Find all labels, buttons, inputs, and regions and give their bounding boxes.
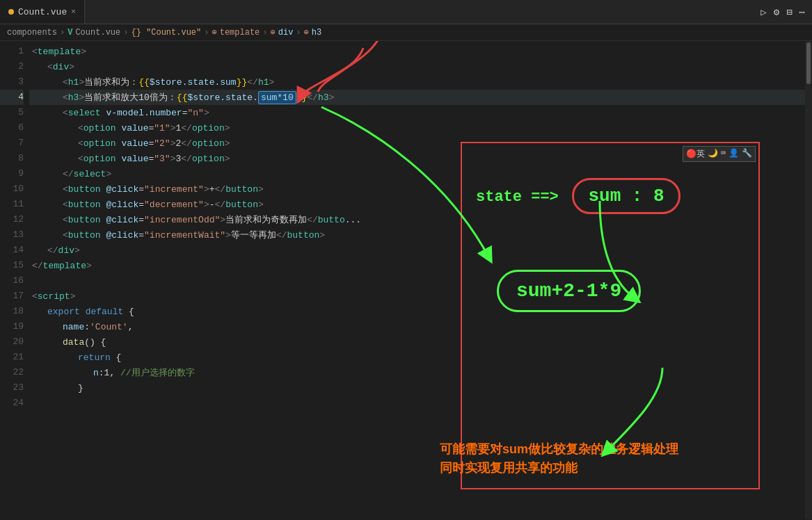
line-num-13: 13 bbox=[0, 227, 24, 243]
breadcrumb-file[interactable]: Count.vue bbox=[75, 28, 120, 38]
line-num-1: 1 bbox=[0, 44, 24, 59]
line-num-22: 22 bbox=[0, 365, 24, 380]
line-num-18: 18 bbox=[0, 304, 24, 319]
breadcrumb-arrow-icon: ⊕ bbox=[271, 27, 276, 38]
line-num-11: 11 bbox=[0, 197, 24, 212]
popup-toolbar-icon3: ⌨ bbox=[721, 148, 726, 160]
code-line-5: <select v-model.number="n"> bbox=[29, 105, 812, 120]
breadcrumb-components[interactable]: components bbox=[7, 28, 57, 38]
code-line-2: <div> bbox=[29, 59, 812, 74]
line-num-10: 10 bbox=[0, 181, 24, 197]
code-line-6: <option value="1">1</option> bbox=[29, 120, 812, 136]
toolbar-right: ▷ ⚙ ⊟ ⋯ bbox=[761, 6, 812, 18]
popup-formula: sum+2-1*9 bbox=[497, 270, 641, 312]
breadcrumb-h3-icon: ⊕ bbox=[304, 27, 309, 38]
popup-annotation-box: 🔴英 🌙 ⌨ 👤 🔧 state ==> sum : 8 sum+2-1*9 bbox=[461, 142, 760, 489]
breadcrumb-template[interactable]: template bbox=[220, 28, 260, 38]
split-icon[interactable]: ⊟ bbox=[786, 6, 792, 18]
editor-area: 1 2 3 4 5 6 7 8 9 10 11 12 13 14 15 16 1… bbox=[0, 41, 812, 519]
bottom-annotation-line1: 可能需要对sum做比较复杂的业务逻辑处理 bbox=[440, 440, 678, 459]
code-line-1: <template> bbox=[29, 44, 812, 59]
popup-toolbar-icon2: 🌙 bbox=[708, 148, 718, 160]
line-num-15: 15 bbox=[0, 258, 24, 273]
code-content[interactable]: <template> <div> <h1>当前求和为：{{$store.stat… bbox=[29, 41, 812, 519]
popup-toolbar-icon5: 🔧 bbox=[742, 148, 752, 160]
line-numbers: 1 2 3 4 5 6 7 8 9 10 11 12 13 14 15 16 1… bbox=[0, 41, 29, 519]
line-num-3: 3 bbox=[0, 74, 24, 90]
popup-toolbar: 🔴英 🌙 ⌨ 👤 🔧 bbox=[683, 146, 756, 162]
tab-close-button[interactable]: × bbox=[71, 8, 76, 16]
run-icon[interactable]: ▷ bbox=[761, 6, 766, 18]
popup-state-label: state ==> bbox=[476, 188, 559, 206]
debug-icon[interactable]: ⚙ bbox=[774, 6, 779, 18]
line-num-7: 7 bbox=[0, 136, 24, 151]
line-num-4: 4 bbox=[0, 90, 24, 105]
breadcrumb-vue-icon: V bbox=[67, 28, 72, 38]
breadcrumb-template-icon: ⊕ bbox=[212, 27, 216, 38]
line-num-17: 17 bbox=[0, 289, 24, 304]
popup-toolbar-icon4: 👤 bbox=[729, 148, 739, 160]
bottom-annotation-line2: 同时实现复用共享的功能 bbox=[440, 459, 678, 478]
popup-toolbar-icon1: 🔴英 bbox=[686, 148, 705, 160]
breadcrumb-h3[interactable]: h3 bbox=[312, 28, 321, 38]
code-line-3: <h1>当前求和为：{{$store.state.sum}}</h1> bbox=[29, 74, 812, 90]
line-num-2: 2 bbox=[0, 59, 24, 74]
popup-sum-circle: sum : 8 bbox=[572, 178, 680, 214]
breadcrumb-braces: {} "Count.vue" bbox=[131, 28, 201, 38]
line-num-20: 20 bbox=[0, 334, 24, 350]
scrollbar[interactable] bbox=[805, 41, 812, 519]
line-num-9: 9 bbox=[0, 166, 24, 181]
popup-state-row: state ==> sum : 8 bbox=[476, 178, 745, 214]
scrollbar-thumb[interactable] bbox=[806, 42, 811, 84]
line-num-19: 19 bbox=[0, 319, 24, 334]
tab-filename: Count.vue bbox=[18, 7, 67, 17]
line-num-16: 16 bbox=[0, 273, 24, 289]
line-num-5: 5 bbox=[0, 105, 24, 120]
tab-item-count-vue[interactable]: Count.vue × bbox=[0, 0, 85, 24]
line-num-24: 24 bbox=[0, 396, 24, 411]
line-num-6: 6 bbox=[0, 120, 24, 136]
line-num-23: 23 bbox=[0, 380, 24, 396]
more-icon[interactable]: ⋯ bbox=[799, 6, 805, 18]
code-line-4: <h3>当前求和放大10倍为：{{$store.state.sum*10}}</… bbox=[29, 90, 812, 105]
line-num-21: 21 bbox=[0, 350, 24, 365]
bottom-annotation: 可能需要对sum做比较复杂的业务逻辑处理 同时实现复用共享的功能 bbox=[440, 440, 678, 478]
tab-modified-dot bbox=[8, 9, 14, 15]
line-num-14: 14 bbox=[0, 243, 24, 258]
breadcrumb: components › V Count.vue › {} "Count.vue… bbox=[0, 24, 812, 41]
line-num-8: 8 bbox=[0, 151, 24, 166]
tab-bar: Count.vue × ▷ ⚙ ⊟ ⋯ bbox=[0, 0, 812, 24]
popup-formula-row: sum+2-1*9 bbox=[476, 214, 745, 312]
line-num-12: 12 bbox=[0, 212, 24, 227]
breadcrumb-div[interactable]: div bbox=[278, 28, 294, 38]
